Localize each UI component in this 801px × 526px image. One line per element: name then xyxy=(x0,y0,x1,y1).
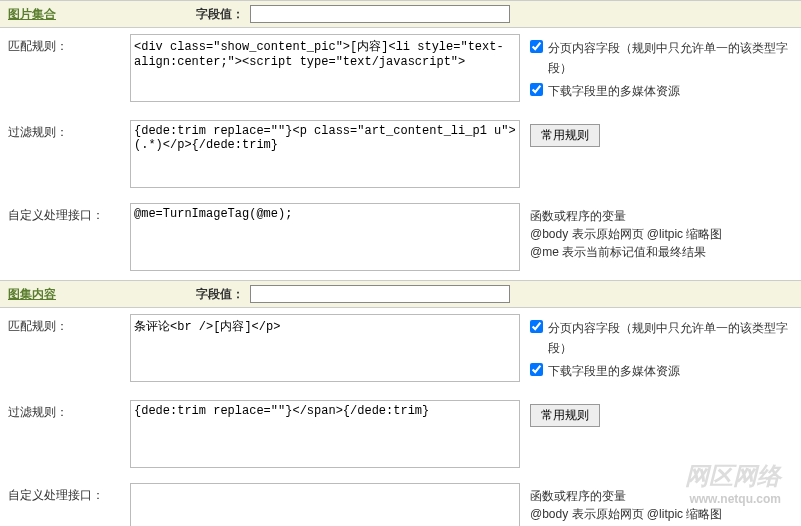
common-rules-button[interactable]: 常用规则 xyxy=(530,404,600,427)
section-header-gallery: 图集内容 字段值： xyxy=(0,280,801,308)
download-media-checkbox[interactable] xyxy=(530,363,543,376)
section-title: 图集内容 xyxy=(8,286,56,303)
common-rules-button[interactable]: 常用规则 xyxy=(530,124,600,147)
pagination-field-checkbox[interactable] xyxy=(530,40,543,53)
help-line: @body 表示原始网页 @litpic 缩略图 xyxy=(530,505,722,523)
download-media-label: 下载字段里的多媒体资源 xyxy=(548,361,680,381)
download-media-label: 下载字段里的多媒体资源 xyxy=(548,81,680,101)
custom-handler-help: 函数或程序的变量 @body 表示原始网页 @litpic 缩略图 @me 表示… xyxy=(520,483,732,526)
match-rule-label: 匹配规则： xyxy=(0,34,130,59)
field-value-input[interactable] xyxy=(250,285,510,303)
custom-handler-help: 函数或程序的变量 @body 表示原始网页 @litpic 缩略图 @me 表示… xyxy=(520,203,732,265)
pagination-field-checkbox[interactable] xyxy=(530,320,543,333)
filter-rule-label: 过滤规则： xyxy=(0,400,130,425)
custom-handler-textarea[interactable] xyxy=(130,483,520,526)
filter-rule-textarea[interactable] xyxy=(130,120,520,188)
download-media-checkbox[interactable] xyxy=(530,83,543,96)
help-line: @me 表示当前标记值和最终结果 xyxy=(530,243,722,261)
pagination-field-label: 分页内容字段（规则中只允许单一的该类型字段） xyxy=(548,318,791,358)
custom-handler-row: 自定义处理接口： 函数或程序的变量 @body 表示原始网页 @litpic 缩… xyxy=(0,197,801,280)
help-line: @body 表示原始网页 @litpic 缩略图 xyxy=(530,225,722,243)
field-value-label: 字段值： xyxy=(196,286,244,303)
help-line: 函数或程序的变量 xyxy=(530,207,722,225)
match-rule-label: 匹配规则： xyxy=(0,314,130,339)
field-value-label: 字段值： xyxy=(196,6,244,23)
filter-rule-row: 过滤规则： 常用规则 xyxy=(0,394,801,477)
field-value-input[interactable] xyxy=(250,5,510,23)
help-line: 函数或程序的变量 xyxy=(530,487,722,505)
filter-rule-label: 过滤规则： xyxy=(0,120,130,145)
match-rule-textarea[interactable] xyxy=(130,314,520,382)
match-rule-textarea[interactable] xyxy=(130,34,520,102)
custom-handler-textarea[interactable] xyxy=(130,203,520,271)
match-rule-row: 匹配规则： 分页内容字段（规则中只允许单一的该类型字段） 下载字段里的多媒体资源 xyxy=(0,308,801,394)
section-header-images: 图片集合 字段值： xyxy=(0,0,801,28)
custom-handler-label: 自定义处理接口： xyxy=(0,203,130,228)
filter-rule-row: 过滤规则： 常用规则 xyxy=(0,114,801,197)
custom-handler-label: 自定义处理接口： xyxy=(0,483,130,508)
pagination-field-label: 分页内容字段（规则中只允许单一的该类型字段） xyxy=(548,38,791,78)
custom-handler-row: 自定义处理接口： 函数或程序的变量 @body 表示原始网页 @litpic 缩… xyxy=(0,477,801,526)
section-title: 图片集合 xyxy=(8,6,56,23)
filter-rule-textarea[interactable] xyxy=(130,400,520,468)
match-rule-row: 匹配规则： 分页内容字段（规则中只允许单一的该类型字段） 下载字段里的多媒体资源 xyxy=(0,28,801,114)
